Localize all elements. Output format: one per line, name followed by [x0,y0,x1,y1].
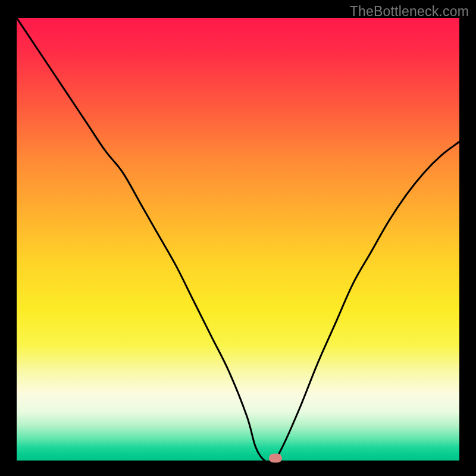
chart-area [17,18,459,461]
watermark-text: TheBottleneck.com [350,4,469,20]
chart-curve [17,18,459,461]
bottleneck-marker [269,454,282,463]
